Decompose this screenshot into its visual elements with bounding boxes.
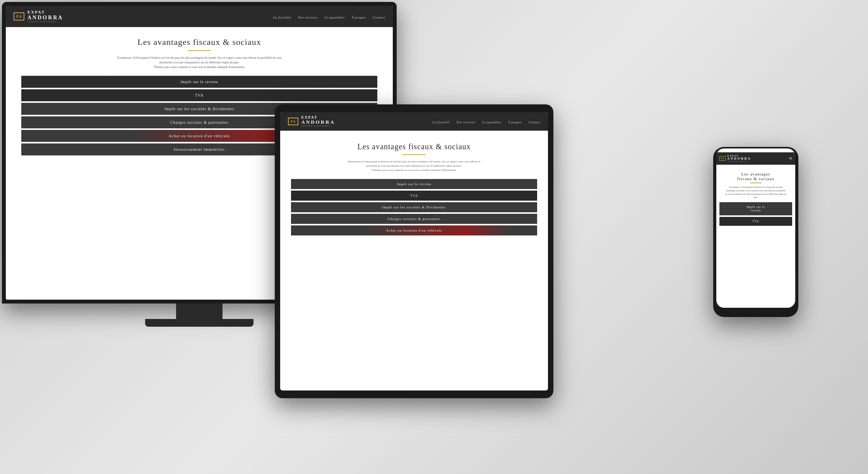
tablet-menu-tva[interactable]: TVA [291,191,538,201]
tablet-nav-services[interactable]: Nos services [456,120,475,124]
nav-services[interactable]: Nos services [298,15,318,19]
tablet-device: EA EXPAT ANDORRA CENTRE D'AFFAIRES La fi… [275,104,553,398]
mobile-nav: EA EXPAT ANDORRA CENTRE D'AFFAIRES ≡ [716,152,795,165]
logo-andorra: ANDORRA [27,15,63,20]
tablet-nav-apropos[interactable]: À propos [508,120,522,124]
tablet-menu-impot-revenu[interactable]: Impôt sur le revenu [291,179,538,189]
mobile-logo-text: EXPAT ANDORRA CENTRE D'AFFAIRES [727,155,751,162]
mobile-logo-sub: CENTRE D'AFFAIRES [727,161,751,162]
menu-impot-revenu[interactable]: Impôt sur le revenu [21,76,377,88]
tablet-logo: EA EXPAT ANDORRA CENTRE D'AFFAIRES [288,115,335,128]
tablet-description: Fiscalement, la Principauté d'Andorre es… [321,160,507,173]
tablet-logo-sub: CENTRE D'AFFAIRES [301,125,335,128]
desktop-nav: EA EXPAT ANDORRA CENTRE D'AFFAIRES La fi… [6,6,393,27]
nav-fiscalite[interactable]: La fiscalité [273,15,291,19]
tablet-logo-andorra: ANDORRA [301,119,335,125]
mobile-screen: EA EXPAT ANDORRA CENTRE D'AFFAIRES ≡ Les… [716,148,795,308]
menu-tva[interactable]: TVA [21,89,377,101]
mobile-title-underline [750,182,762,183]
tablet-menu-vehicule[interactable]: Achat ou location d'un véhicule [291,225,538,235]
nav-quotidien[interactable]: Le quotidien [325,15,344,19]
mobile-logo-box: EA [719,156,726,161]
monitor-stand-base [145,319,253,327]
mobile-content-area: Les avantagesfiscaux & sociaux Fiscaleme… [716,165,795,226]
nav-apropos[interactable]: À propos [352,15,366,19]
logo-box-icon: EA [14,12,24,20]
tablet-nav: EA EXPAT ANDORRA CENTRE D'AFFAIRES La fi… [280,112,548,131]
tablet-logo-box: EA [288,118,298,125]
scene: EA EXPAT ANDORRA CENTRE D'AFFAIRES La fi… [0,0,868,474]
desktop-description: Fiscalement, la Principauté d'Andorre es… [87,56,312,70]
desktop-title-underline [188,50,211,51]
mobile-frame: EA EXPAT ANDORRA CENTRE D'AFFAIRES ≡ Les… [713,147,798,317]
tablet-frame: EA EXPAT ANDORRA CENTRE D'AFFAIRES La fi… [275,104,553,398]
mobile-logo: EA EXPAT ANDORRA CENTRE D'AFFAIRES [719,155,751,162]
desktop-page-title: Les avantages fiscaux & sociaux [6,37,393,47]
mobile-menu-tva[interactable]: TVA [719,217,792,226]
hamburger-icon[interactable]: ≡ [789,155,792,162]
monitor-stand-neck [176,303,223,319]
tablet-website: EA EXPAT ANDORRA CENTRE D'AFFAIRES La fi… [280,112,548,235]
tablet-page-title: Les avantages fiscaux & sociaux [280,142,548,151]
desktop-logo: EA EXPAT ANDORRA CENTRE D'AFFAIRES [14,10,63,23]
mobile-device: EA EXPAT ANDORRA CENTRE D'AFFAIRES ≡ Les… [713,147,798,317]
tablet-nav-fiscalite[interactable]: La fiscalité [432,120,449,124]
logo-sub: CENTRE D'AFFAIRES [27,20,63,23]
mobile-page-title: Les avantagesfiscaux & sociaux [718,172,794,181]
mobile-menu-impot-revenu[interactable]: Impôt sur lerevenu [719,202,792,215]
tablet-menu-charges[interactable]: Charges sociales & patronales [291,214,538,224]
logo-expat: EXPAT [27,10,63,14]
tablet-menu-societes[interactable]: Impôt sur les sociétés & Dividendes [291,202,538,212]
tablet-screen: EA EXPAT ANDORRA CENTRE D'AFFAIRES La fi… [280,112,548,390]
tablet-content-area: Les avantages fiscaux & sociaux Fiscalem… [280,131,548,235]
mobile-website: EA EXPAT ANDORRA CENTRE D'AFFAIRES ≡ Les… [716,152,795,226]
tablet-title-underline [402,154,426,155]
nav-contact[interactable]: Contact [373,15,385,19]
mobile-description: Fiscalement, la Principauté d'Andorre es… [721,186,791,199]
desktop-nav-links: La fiscalité Nos services Le quotidien À… [273,13,385,20]
tablet-nav-quotidien[interactable]: Le quotidien [482,120,501,124]
logo-text: EXPAT ANDORRA CENTRE D'AFFAIRES [27,10,63,23]
tablet-nav-links: La fiscalité Nos services Le quotidien À… [432,118,540,125]
tablet-nav-contact[interactable]: Contact [529,120,540,124]
tablet-logo-text: EXPAT ANDORRA CENTRE D'AFFAIRES [301,115,335,128]
